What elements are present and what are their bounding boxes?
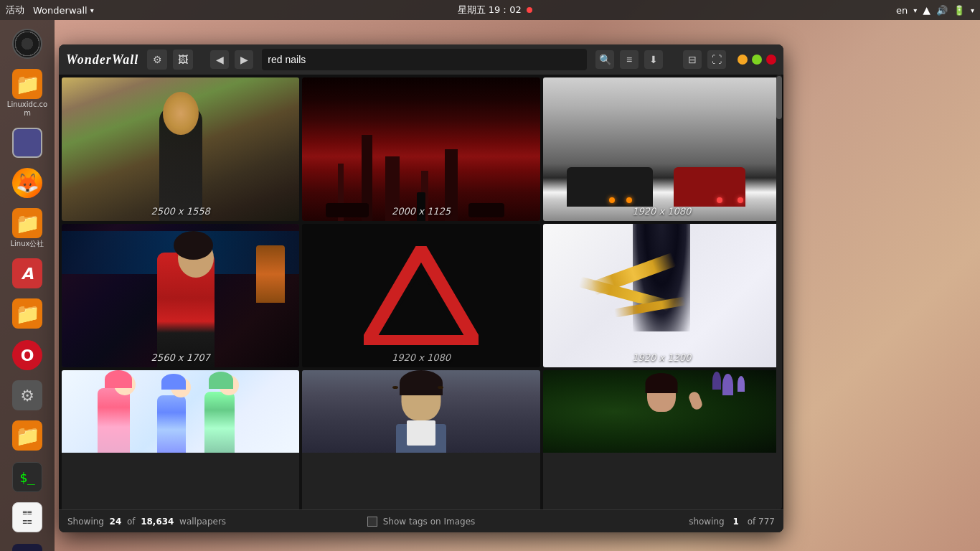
gallery-item-bar-girl[interactable]: 2560 x 1707 [62, 224, 299, 367]
sidebar-item-folder1[interactable]: 📁 Linuxidc.com [2, 66, 52, 121]
search-input[interactable] [268, 54, 581, 65]
gallery-item-anime-girls[interactable] [62, 370, 299, 509]
locale-label[interactable]: en [896, 5, 908, 16]
gallery-item-portrait[interactable] [302, 370, 540, 509]
window-controls [738, 55, 776, 65]
triangle-svg [364, 246, 479, 345]
search-area [262, 49, 587, 70]
battery-icon: 🔋 [953, 5, 965, 16]
filter-button[interactable]: ⊟ [683, 50, 702, 69]
show-tags-label: Show tags on Images [383, 517, 476, 527]
sidebar-item-folder4[interactable]: 📁 [2, 418, 52, 455]
sidebar: 📁 Linuxidc.com 🦊 📁 Linux公社 A 📁 O ⚙ 📁 $_ … [0, 20, 55, 551]
statusbar-left: Showing 24 of 18,634 wallpapers [67, 517, 303, 527]
download-icon: ⬇ [649, 54, 658, 65]
statusbar: Showing 24 of 18,634 wallpapers Show tag… [59, 509, 783, 532]
sidebar-item-terminal[interactable]: $_ [2, 459, 52, 495]
page-of: of 777 [748, 517, 775, 527]
page-label: showing [689, 517, 725, 527]
wifi-icon: ▲ [923, 4, 930, 16]
gallery-dim-cars: 1920 x 1080 [543, 206, 781, 217]
opera-icon: O [12, 340, 42, 370]
top-bar-left: 活动 Wonderwall ▾ [0, 4, 94, 17]
top-bar: 活动 Wonderwall ▾ 星期五 19：02 en ▾ ▲ 🔊 🔋 ▾ [0, 0, 980, 20]
total-count: 18,634 [141, 517, 174, 527]
statusbar-center: Show tags on Images [303, 517, 540, 527]
top-bar-datetime: 星期五 19：02 [94, 4, 896, 17]
libreoffice-icon: A [12, 258, 42, 288]
download-button[interactable]: ⬇ [644, 50, 663, 69]
textfile-icon: ≡≡≡≡ [12, 502, 42, 532]
wonderwall-window: WonderWall ⚙ 🖼 ◀ ▶ 🔍 ≡ ⬇ ⊟ ⛶ [59, 44, 783, 532]
sidebar-item-opera[interactable]: O [2, 337, 52, 373]
folder1-label: Linuxidc.com [4, 100, 51, 118]
folder2-label: Linux公社 [11, 240, 44, 248]
gallery-dim-red-city: 2000 x 1125 [302, 206, 540, 217]
search-button[interactable]: 🔍 [595, 50, 614, 69]
firefox-icon: 🦊 [12, 168, 42, 198]
list-icon: ≡ [626, 54, 632, 65]
app-logo: WonderWall [66, 52, 138, 67]
volume-icon[interactable]: 🔊 [936, 5, 948, 16]
expand-button[interactable]: ⛶ [707, 50, 726, 69]
sidebar-item-firefox[interactable]: 🦊 [2, 165, 52, 201]
gallery-item-cars[interactable]: 1920 x 1080 [543, 77, 781, 221]
sidebar-item-screenshot[interactable] [2, 125, 52, 161]
gallery-item-anime[interactable]: 1920 x 1200 [543, 224, 781, 367]
gallery-item-red-city[interactable]: 2000 x 1125 [302, 77, 540, 221]
scrollbar-thumb[interactable] [776, 76, 782, 119]
activity-label[interactable]: 活动 [6, 4, 24, 17]
topbar-chevron2[interactable]: ▾ [971, 6, 974, 14]
vcraft-icon: V [12, 544, 42, 551]
showing-count: 24 [110, 517, 122, 527]
gallery-scrollbar[interactable] [776, 75, 782, 509]
sidebar-item-folder2[interactable]: 📁 Linux公社 [2, 205, 52, 251]
of-label: of [127, 517, 136, 527]
sidebar-item-vcraft[interactable]: V [2, 541, 52, 551]
recording-dot [527, 7, 532, 13]
settings-gear-icon: ⚙ [153, 54, 162, 65]
gallery-item-flower-girl[interactable] [543, 370, 781, 509]
screenshot-icon [12, 128, 42, 158]
folder2-icon: 📁 [12, 208, 42, 238]
page-number: 1 [733, 517, 739, 527]
search-icon: 🔍 [599, 54, 611, 65]
app-name-label[interactable]: Wonderwall [33, 5, 88, 16]
wallpapers-label: wallpapers [179, 517, 226, 527]
gallery-dim-triangle: 1920 x 1080 [302, 352, 540, 363]
sidebar-item-textfile[interactable]: ≡≡≡≡ [2, 499, 52, 537]
gallery: 2500 x 1558 2000 x 1125 [59, 75, 783, 509]
top-bar-right: en ▾ ▲ 🔊 🔋 ▾ [896, 4, 980, 16]
gallery-dim-autumn-girl: 2500 x 1558 [62, 206, 299, 217]
gallery-item-autumn-girl[interactable]: 2500 x 1558 [62, 77, 299, 221]
folder3-icon: 📁 [12, 298, 42, 329]
maximize-button[interactable] [752, 55, 762, 65]
vinyl-icon [12, 29, 42, 59]
list-button[interactable]: ≡ [620, 50, 639, 69]
terminal-icon: $_ [12, 462, 42, 492]
sidebar-item-libreoffice[interactable]: A [2, 255, 52, 291]
close-button[interactable] [766, 55, 776, 65]
gallery-dim-anime: 1920 x 1200 [543, 352, 781, 363]
minimize-button[interactable] [738, 55, 748, 65]
statusbar-right: showing 1 of 777 [539, 517, 775, 527]
images-button[interactable]: 🖼 [173, 50, 193, 70]
locale-chevron[interactable]: ▾ [913, 6, 917, 14]
back-button[interactable]: ◀ [210, 50, 229, 69]
filter-icon: ⊟ [688, 54, 697, 65]
expand-icon: ⛶ [712, 54, 722, 65]
sidebar-item-vinyl[interactable] [2, 26, 52, 62]
images-icon: 🖼 [178, 54, 188, 65]
show-tags-checkbox[interactable] [367, 517, 377, 527]
sidebar-item-folder3[interactable]: 📁 [2, 296, 52, 333]
folder4-icon: 📁 [12, 420, 42, 451]
gallery-item-triangle[interactable]: 1920 x 1080 [302, 224, 540, 367]
folder1-icon: 📁 [12, 69, 42, 99]
showing-label: Showing [67, 517, 104, 527]
titlebar: WonderWall ⚙ 🖼 ◀ ▶ 🔍 ≡ ⬇ ⊟ ⛶ [59, 44, 783, 75]
settings-button[interactable]: ⚙ [147, 50, 167, 70]
forward-button[interactable]: ▶ [235, 50, 253, 69]
settings-icon: ⚙ [12, 380, 42, 410]
sidebar-item-settings[interactable]: ⚙ [2, 377, 52, 413]
gallery-dim-bar-girl: 2560 x 1707 [62, 352, 299, 363]
